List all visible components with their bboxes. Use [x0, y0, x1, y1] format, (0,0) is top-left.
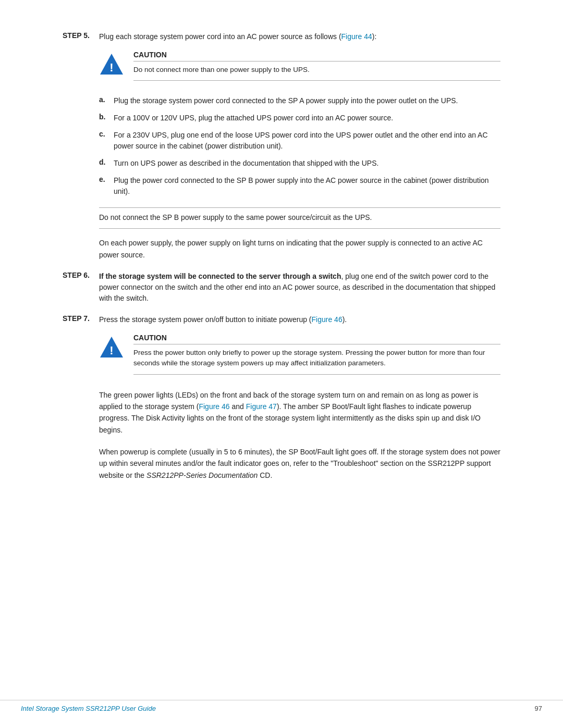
substep-d-text: Turn on UPS power as described in the do… [114, 158, 378, 169]
caution2-text: Press the power button only briefly to p… [133, 348, 500, 369]
substep-c-label: c. [99, 130, 114, 138]
step5-substeps: a. Plug the storage system power cord co… [99, 95, 500, 197]
footer-title: Intel Storage System SSR212PP User Guide [21, 705, 156, 712]
step7-cont1-mid: and [230, 402, 246, 411]
substep-e-text: Plug the power cord connected to the SP … [114, 175, 500, 197]
step7-intro-text: Press the storage system power on/off bu… [99, 314, 347, 325]
step5-intro-end: ): [372, 32, 377, 41]
caution1-title: CAUTION [133, 51, 500, 61]
step7-block: STEP 7. Press the storage system power o… [63, 314, 500, 481]
warning-icon-2: ! [99, 335, 124, 360]
substep-d: d. Turn on UPS power as described in the… [99, 158, 500, 169]
step6-text: If the storage system will be connected … [99, 271, 500, 304]
step5-block: STEP 5. Plug each storage system power c… [63, 31, 500, 261]
step7-cont2-italic: SSR212PP-Series Documentation [146, 471, 258, 479]
caution2-content: CAUTION Press the power button only brie… [133, 334, 500, 375]
step7-fig46-link[interactable]: Figure 46 [199, 402, 229, 411]
step7-fig47-link[interactable]: Figure 47 [246, 402, 277, 411]
substep-b-label: b. [99, 113, 114, 121]
step6-bold-text: If the storage system will be connected … [99, 272, 341, 280]
substep-a: a. Plug the storage system power cord co… [99, 95, 500, 106]
substep-b: b. For a 100V or 120V UPS, plug the atta… [99, 113, 500, 124]
step7-intro-end: ). [342, 315, 347, 324]
step7-intro: Press the storage system power on/off bu… [99, 315, 312, 324]
caution1-text: Do not connect more than one power suppl… [133, 65, 500, 75]
step7-continuation1: The green power lights (LEDs) on the fro… [99, 389, 500, 436]
svg-text:!: ! [109, 61, 113, 74]
step5-label: STEP 5. [63, 31, 99, 40]
substep-e-label: e. [99, 175, 114, 183]
substep-a-text: Plug the storage system power cord conne… [114, 95, 458, 106]
caution2-title: CAUTION [133, 334, 500, 344]
page-footer: Intel Storage System SSR212PP User Guide… [0, 700, 563, 712]
step7-cont2-post: CD. [258, 471, 272, 479]
step5-intro: Plug each storage system power cord into… [99, 32, 341, 41]
substep-c: c. For a 230V UPS, plug one end of the l… [99, 130, 500, 152]
svg-text:!: ! [109, 344, 113, 357]
footer-page-number: 97 [535, 705, 542, 712]
substep-e: e. Plug the power cord connected to the … [99, 175, 500, 197]
step6-block: STEP 6. If the storage system will be co… [63, 271, 500, 304]
substep-c-text: For a 230V UPS, plug one end of the loos… [114, 130, 500, 152]
step5-header: STEP 5. Plug each storage system power c… [63, 31, 500, 42]
step6-header: STEP 6. If the storage system will be co… [63, 271, 500, 304]
step7-figure-link[interactable]: Figure 46 [312, 315, 342, 324]
substep-d-label: d. [99, 158, 114, 166]
step5-note-text: Do not connect the SP B power supply to … [99, 207, 500, 223]
warning-icon: ! [99, 52, 124, 77]
caution2-box: ! CAUTION Press the power button only br… [99, 334, 500, 381]
substep-b-text: For a 100V or 120V UPS, plug the attache… [114, 113, 393, 124]
step5-continuation: On each power supply, the power supply o… [99, 237, 500, 261]
step6-label: STEP 6. [63, 271, 99, 279]
page-container: STEP 5. Plug each storage system power c… [0, 0, 563, 728]
step7-label: STEP 7. [63, 314, 99, 323]
step5-note-box: Do not connect the SP B power supply to … [99, 203, 500, 229]
step7-continuation2: When powerup is complete (usually in 5 t… [99, 446, 500, 481]
step5-intro-text: Plug each storage system power cord into… [99, 31, 376, 42]
step5-figure-link[interactable]: Figure 44 [341, 32, 372, 41]
caution1-box: ! CAUTION Do not connect more than one p… [99, 51, 500, 87]
caution1-content: CAUTION Do not connect more than one pow… [133, 51, 500, 81]
substep-a-label: a. [99, 95, 114, 104]
step7-header: STEP 7. Press the storage system power o… [63, 314, 500, 325]
